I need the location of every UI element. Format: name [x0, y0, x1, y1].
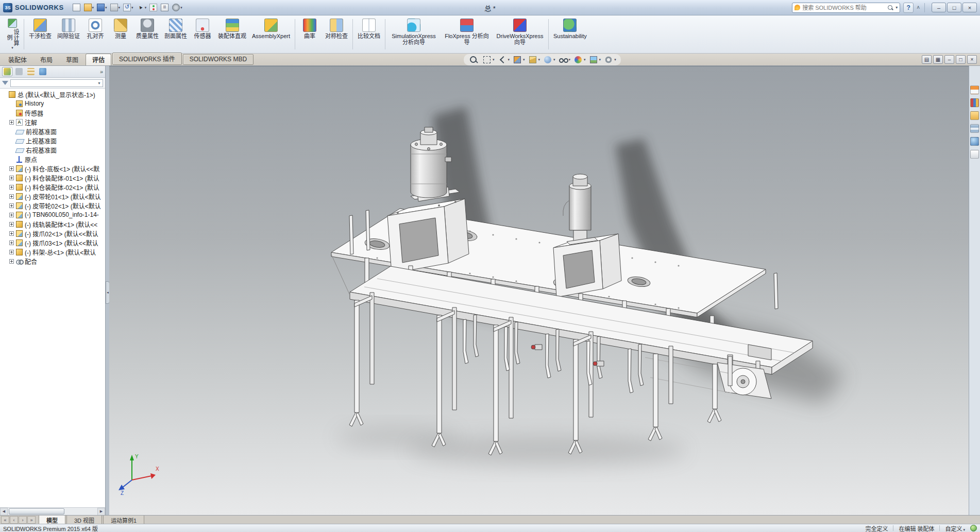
help-search-box[interactable]: ▾ — [792, 3, 900, 13]
ribbon-tab[interactable]: 布局 — [34, 54, 59, 65]
ribbon-tab[interactable]: SOLIDWORKS 插件 — [112, 53, 182, 65]
view-palette-icon[interactable] — [970, 124, 979, 133]
tree-item[interactable]: History — [0, 99, 105, 108]
expand-toggle[interactable] — [9, 213, 14, 217]
ribbon-button[interactable] — [295, 19, 295, 49]
tile-horizontal-icon[interactable]: ▤ — [922, 55, 932, 64]
status-units-dropdown[interactable]: 自定义▾ — [945, 524, 965, 532]
tree-item[interactable]: (-) 拨爪02<1> (默认<<默认 — [0, 229, 105, 238]
tree-item[interactable]: (-) 料仓-底板<1> (默认<<默 — [0, 164, 105, 173]
maximize-button[interactable]: □ — [947, 3, 961, 12]
search-dropdown-icon[interactable]: ▾ — [895, 5, 898, 10]
minimize-window-icon[interactable]: – — [944, 55, 954, 64]
tree-item[interactable]: 总 (默认<默认_显示状态-1>) — [0, 90, 105, 99]
ribbon-button[interactable]: SimulationXpress 分析向导 — [387, 17, 440, 52]
view-tool-button[interactable]: ▾ — [588, 55, 602, 65]
quick-tool-button[interactable]: ▾ — [109, 3, 122, 12]
quick-tool-button[interactable] — [148, 3, 159, 12]
view-tool-button[interactable]: ▾ — [527, 55, 541, 65]
minimize-button[interactable]: – — [932, 3, 946, 12]
ribbon-button[interactable] — [385, 19, 385, 49]
scroll-right-icon[interactable]: ▶ — [97, 508, 105, 516]
graphics-viewport[interactable]: Y X Z — [109, 66, 969, 515]
ribbon-button[interactable]: 比较文档 — [355, 17, 383, 52]
view-tool-button[interactable]: ▾ — [603, 55, 617, 65]
tree-item[interactable]: (-) 线轨装配体<1> (默认<< — [0, 219, 105, 229]
view-tool-button[interactable]: ▾ — [542, 55, 556, 65]
tree-item[interactable]: 传感器 — [0, 108, 105, 117]
collapse-ribbon-icon[interactable]: ˄ — [917, 5, 920, 10]
restore-window-icon[interactable]: □ — [956, 55, 966, 64]
quick-tips-icon[interactable] — [970, 525, 977, 531]
view-tool-button[interactable]: ▾ — [557, 55, 571, 65]
ribbon-button[interactable]: 曲率 — [297, 17, 322, 52]
expand-toggle[interactable] — [9, 176, 14, 180]
tree-filter-input[interactable]: ▼ — [10, 79, 103, 87]
panel-tab[interactable] — [14, 67, 24, 76]
quick-tool-button[interactable]: ▾ — [135, 3, 148, 12]
next-tab-button[interactable]: › — [19, 516, 27, 524]
expand-toggle[interactable] — [9, 259, 14, 264]
view-tool-button[interactable]: ▾ — [572, 55, 586, 65]
quick-tool-button[interactable]: ▾ — [171, 3, 184, 12]
ribbon-button[interactable] — [24, 19, 24, 49]
ribbon-button[interactable]: FloXpress 分析向导 — [441, 17, 493, 52]
ribbon-button[interactable]: 设计算例 ▾ — [3, 17, 22, 52]
prev-tab-button[interactable]: ‹ — [10, 516, 18, 524]
expand-toggle[interactable] — [9, 120, 14, 125]
file-explorer-icon[interactable] — [970, 111, 979, 120]
ribbon-tab[interactable]: 装配体 — [2, 54, 33, 65]
expand-toggle[interactable] — [9, 166, 14, 171]
expand-toggle[interactable] — [9, 222, 14, 227]
tree-item[interactable]: (-) 料仓装配体-01<1> (默认 — [0, 173, 105, 182]
ribbon-tab[interactable]: SOLIDWORKS MBD — [183, 54, 254, 65]
expand-toggle[interactable] — [9, 185, 14, 190]
help-button[interactable]: ? — [903, 3, 914, 13]
filter-funnel-icon[interactable] — [2, 81, 8, 85]
ribbon-button[interactable]: 对称检查 — [323, 17, 350, 52]
tree-item[interactable]: (-) 料架-总<1> (默认<默认 — [0, 247, 105, 256]
tree-item[interactable]: 注解 — [0, 117, 105, 127]
ribbon-button[interactable]: 测量 — [108, 17, 133, 52]
ribbon-button[interactable]: 干涉检查 — [26, 17, 54, 52]
panel-overflow-chevron[interactable]: » — [100, 68, 103, 75]
tree-item[interactable]: (-) 皮带轮02<1> (默认<默认 — [0, 201, 105, 210]
tree-item[interactable]: 前视基准面 — [0, 127, 105, 136]
quick-tool-button[interactable]: ▾ — [95, 3, 109, 12]
quick-tool-button[interactable] — [159, 3, 171, 12]
ribbon-button[interactable]: 传感器 — [190, 17, 215, 52]
expand-toggle[interactable] — [9, 231, 14, 236]
view-tool-button[interactable]: ▾ — [497, 55, 511, 65]
ribbon-button[interactable]: DriveWorksXpress 向导 — [494, 17, 546, 52]
scrollbar-track[interactable] — [8, 508, 97, 516]
close-button[interactable]: × — [962, 3, 977, 12]
panel-tab[interactable] — [26, 67, 36, 76]
solidworks-resources-icon[interactable] — [970, 85, 979, 94]
tree-item[interactable]: 原点 — [0, 155, 105, 164]
expand-toggle[interactable] — [9, 250, 14, 254]
scroll-left-icon[interactable]: ◀ — [0, 508, 8, 516]
filter-dropdown-icon[interactable]: ▼ — [97, 81, 101, 85]
ribbon-button[interactable]: 质量属性 — [133, 17, 161, 52]
expand-toggle[interactable] — [9, 241, 14, 245]
search-input[interactable] — [802, 5, 885, 11]
ribbon-tab[interactable]: 草图 — [60, 54, 85, 65]
ribbon-button[interactable] — [352, 19, 353, 49]
tree-item[interactable]: (-) TBN600L050_info-1-14- — [0, 210, 105, 219]
view-tool-button[interactable] — [468, 55, 480, 65]
view-tool-button[interactable]: ▾ — [481, 55, 495, 65]
panel-tab[interactable] — [2, 67, 12, 76]
ribbon-button[interactable]: 间隙验证 — [55, 17, 82, 52]
design-library-icon[interactable] — [970, 98, 979, 107]
ribbon-button[interactable] — [548, 19, 549, 49]
search-icon[interactable] — [887, 5, 893, 11]
quick-tool-button[interactable]: ▾ — [122, 3, 135, 12]
tree-item[interactable]: (-) 拨爪03<1> (默认<<默认 — [0, 238, 105, 247]
tree-item[interactable]: (-) 料仓装配体-02<1> (默认 — [0, 182, 105, 192]
expand-toggle[interactable] — [9, 203, 14, 208]
tree-item[interactable]: 配合 — [0, 256, 105, 266]
last-tab-button[interactable]: » — [27, 516, 36, 524]
ribbon-button[interactable]: AssemblyXpert — [249, 17, 293, 52]
view-tool-button[interactable]: ▾ — [512, 55, 526, 65]
panel-tab[interactable] — [38, 67, 48, 76]
